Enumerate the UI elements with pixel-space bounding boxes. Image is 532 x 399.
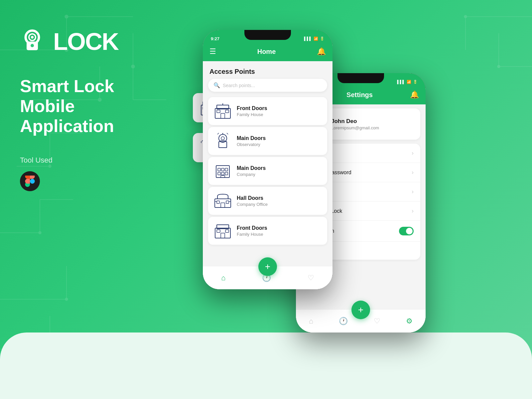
battery-icon: 🔋 [320, 37, 325, 41]
arrow-icon-3: › [412, 207, 414, 214]
lock-icon [20, 27, 50, 57]
svg-point-21 [65, 298, 68, 301]
logo-container: LOCK [20, 27, 166, 57]
home-screen-body: Access Points 🔍 Search points... [203, 61, 332, 289]
svg-rect-76 [226, 201, 229, 203]
lock-item-4[interactable]: Front Doors Family House [208, 217, 327, 245]
notification-toggle[interactable] [399, 227, 414, 235]
status-bar-home: 9:27 ▌▌▌ 📶 🔋 [203, 30, 332, 45]
logo-text: LOCK [53, 28, 118, 55]
lock-item-1[interactable]: Main Doors Observatory [208, 127, 327, 155]
s-nav-home-icon[interactable]: ⌂ [309, 317, 313, 326]
nav-home-icon[interactable]: ⌂ [221, 274, 225, 282]
status-time-home: 9:27 [211, 36, 219, 41]
notification-icon[interactable]: 🔔 [317, 47, 326, 56]
svg-rect-83 [225, 230, 229, 232]
svg-rect-75 [217, 201, 219, 203]
phones-area: Front Doors Family House Main Doors Obse… [186, 13, 532, 399]
s-nav-settings-icon[interactable]: ⚙ [406, 317, 413, 326]
signal-icon-s: ▌▌▌ [397, 80, 405, 84]
app-title: Smart Lock Mobile Application [20, 76, 166, 136]
arrow-icon-2: › [412, 188, 414, 195]
svg-rect-71 [225, 172, 228, 175]
lock-icon-0 [213, 102, 232, 120]
access-points-title: Access Points [203, 61, 332, 79]
phone-screen-home: 9:27 ▌▌▌ 📶 🔋 ☰ Home 🔔 [203, 30, 332, 289]
lock-item-0[interactable]: Front Doors Family House [208, 97, 327, 125]
signal-icon: ▌▌▌ [304, 37, 312, 41]
svg-rect-68 [225, 168, 228, 171]
lock-item-3[interactable]: Hall Doors Company Office [208, 187, 327, 215]
phone-frame-home: 9:27 ▌▌▌ 📶 🔋 ☰ Home 🔔 [203, 30, 332, 289]
svg-rect-82 [217, 230, 220, 232]
svg-rect-59 [225, 110, 229, 113]
lock-icon-3 [213, 192, 232, 210]
tool-label: Tool Used [20, 156, 166, 165]
s-nav-history-icon[interactable]: 🕐 [339, 317, 348, 326]
arrow-icon-0: › [412, 150, 414, 157]
svg-point-63 [221, 137, 224, 140]
status-icons-settings: ▌▌▌ 📶 🔋 [397, 80, 418, 84]
s-nav-heart-icon[interactable]: ♡ [374, 317, 380, 326]
wifi-icon: 📶 [314, 37, 318, 41]
phone-home: Front Doors Family House Main Doors Obse… [203, 30, 332, 289]
status-icons-home: ▌▌▌ 📶 🔋 [304, 37, 325, 41]
svg-rect-81 [221, 233, 225, 238]
home-nav: ☰ Home 🔔 [203, 45, 332, 61]
arrow-icon-1: › [412, 169, 414, 176]
search-placeholder: Search points... [223, 83, 255, 88]
lock-icon-1 [213, 132, 232, 150]
battery-icon-s: 🔋 [413, 80, 418, 84]
settings-notification-icon[interactable]: 🔔 [410, 90, 419, 99]
svg-rect-70 [221, 172, 224, 175]
lock-icon-2 [213, 162, 232, 180]
search-bar[interactable]: 🔍 Search points... [208, 79, 327, 92]
fab-settings[interactable]: + [351, 301, 370, 319]
svg-rect-73 [215, 199, 231, 207]
lock-item-2[interactable]: Main Doors Company [208, 157, 327, 185]
svg-rect-66 [218, 168, 220, 171]
search-icon: 🔍 [213, 82, 220, 88]
user-email: Loremipsum@gmail.com [331, 125, 379, 130]
svg-rect-58 [217, 110, 220, 113]
figma-icon [20, 171, 40, 191]
svg-point-42 [31, 44, 34, 47]
user-name: John Deo [331, 118, 379, 125]
left-panel: LOCK Smart Lock Mobile Application Tool … [0, 0, 186, 283]
lock-icon-4 [213, 221, 232, 240]
svg-rect-57 [221, 113, 225, 118]
menu-icon[interactable]: ☰ [209, 47, 216, 56]
wifi-icon-s: 📶 [407, 80, 411, 84]
svg-point-40 [31, 36, 34, 39]
fab-home[interactable]: + [258, 257, 277, 276]
svg-rect-74 [221, 203, 225, 207]
svg-rect-67 [221, 168, 224, 171]
settings-nav-title: Settings [346, 91, 373, 99]
nav-heart-icon[interactable]: ♡ [308, 274, 314, 282]
home-nav-title: Home [257, 48, 276, 56]
svg-rect-69 [218, 172, 220, 175]
